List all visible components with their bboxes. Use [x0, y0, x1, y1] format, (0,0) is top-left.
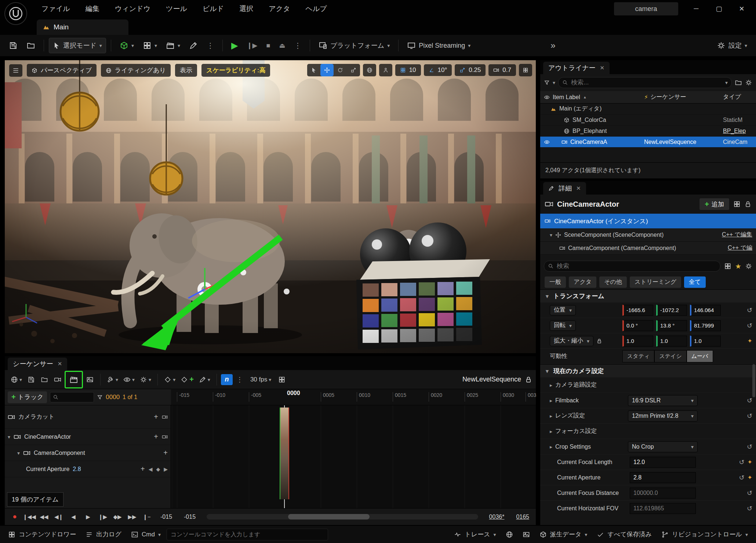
outliner-row-main[interactable]: Main (エディタ)	[540, 104, 756, 115]
lock-icon[interactable]	[744, 200, 752, 208]
maximize-button[interactable]: ▢	[708, 0, 730, 17]
component-root-row[interactable]: CineCameraActor (インスタンス)	[540, 214, 756, 228]
fps-dropdown[interactable]: 30 fps ▾	[247, 373, 275, 387]
expand-caret-icon[interactable]: ▸	[550, 398, 552, 403]
curve-editor-button[interactable]	[276, 373, 288, 387]
add-property-button[interactable]: +	[163, 449, 168, 457]
blueprints-dropdown[interactable]: ▾	[139, 38, 161, 53]
scale-dropdown[interactable]: 拡大・縮小▾	[550, 336, 593, 346]
menu-file[interactable]: ファイル	[34, 0, 78, 17]
display-options-icon[interactable]	[724, 263, 731, 270]
aperture-field[interactable]: 2.8	[630, 472, 696, 483]
track-cine-camera-actor[interactable]: ▾ CineCameraActor +	[5, 429, 171, 445]
eye-icon[interactable]	[544, 94, 550, 100]
seq-keying-dropdown[interactable]: ▾	[162, 373, 178, 387]
camera-component-row[interactable]: CameraComponent (CameraComponent) C++ で編	[540, 242, 756, 255]
reset-rotation-button[interactable]: ↺	[747, 322, 752, 330]
stop-button[interactable]: ■	[262, 38, 274, 53]
step-back-button[interactable]: ◀❙	[52, 511, 65, 523]
close-button[interactable]: ✕	[730, 0, 753, 17]
details-search[interactable]	[544, 261, 720, 272]
mobility-static[interactable]: スタティ	[622, 350, 654, 362]
mobility-movable[interactable]: ムーバ	[687, 350, 713, 362]
lock-scale-icon[interactable]	[596, 338, 602, 344]
camera-icon[interactable]	[162, 434, 168, 440]
range-start-field[interactable]: -015	[160, 514, 172, 520]
column-type-label[interactable]: タイプ	[723, 93, 756, 101]
chevron-down-icon[interactable]: ▾	[725, 80, 728, 85]
chevron-down-icon[interactable]: ▾	[553, 80, 555, 85]
close-icon[interactable]: ✕	[600, 65, 605, 71]
viewport-options-button[interactable]	[9, 64, 22, 77]
seq-save-button[interactable]	[25, 373, 37, 387]
view-start-field[interactable]: -015	[184, 514, 196, 520]
tab-outliner[interactable]: アウトライナー ✕	[543, 62, 610, 74]
perspective-dropdown[interactable]: パースペクティブ	[27, 64, 97, 77]
camera-tracking-row[interactable]: ▸ カメラ追跡設定	[540, 377, 756, 393]
new-folder-icon[interactable]	[735, 79, 742, 86]
column-sequencer-label[interactable]: シーケンサー	[650, 93, 686, 101]
menu-help[interactable]: ヘルプ	[298, 0, 335, 17]
add-actor-dropdown[interactable]: ▾	[116, 38, 138, 53]
scale-y-field[interactable]: 1.0	[656, 336, 687, 347]
blueprint-convert-icon[interactable]	[733, 200, 741, 208]
pixel-streaming-dropdown[interactable]: Pixel Streaming ▾	[403, 38, 474, 53]
tab-main-level[interactable]: Main	[37, 19, 128, 35]
play-button[interactable]: ▶	[228, 38, 241, 53]
play-reverse-button[interactable]: ◀	[67, 511, 80, 523]
add-aperture-keyframe-button[interactable]: ✦	[748, 474, 752, 481]
location-x-field[interactable]: -1665.6	[622, 305, 653, 316]
add-track-button[interactable]: + トラック	[8, 391, 47, 403]
surface-snapping-button[interactable]	[379, 64, 392, 76]
browse-content-button[interactable]	[23, 38, 39, 53]
output-log-button[interactable]: 出力ログ	[82, 528, 125, 541]
save-status-button[interactable]: すべて保存済み	[593, 528, 655, 541]
filmback-dropdown[interactable]: 16:9 DSLR▾	[628, 395, 698, 406]
add-focal-keyframe-button[interactable]: ✦	[748, 459, 752, 466]
rotation-dropdown[interactable]: 回転▾	[550, 321, 576, 331]
section-transform[interactable]: ▼ トランスフォーム	[540, 289, 756, 303]
range-end-field[interactable]: 0165	[516, 514, 529, 520]
menu-actor[interactable]: アクタ	[261, 0, 298, 17]
toolbar-expand[interactable]: »	[547, 38, 559, 53]
gear-icon[interactable]	[745, 263, 752, 270]
timeline-area[interactable]	[171, 405, 536, 508]
world-space-toggle[interactable]	[363, 64, 376, 76]
save-level-button[interactable]	[5, 38, 21, 53]
add-camera-cut-button[interactable]: +	[154, 413, 158, 421]
track-search-input[interactable]	[50, 392, 94, 402]
expand-caret-icon[interactable]: ▸	[550, 383, 552, 388]
select-tool[interactable]	[307, 64, 320, 76]
column-item-label[interactable]: Item Label	[553, 94, 580, 101]
rotation-z-field[interactable]: 81.7999	[690, 320, 721, 331]
show-dropdown[interactable]: 表示	[175, 64, 197, 77]
insights-button[interactable]	[502, 528, 517, 541]
eject-button[interactable]: ⏏	[275, 38, 289, 53]
add-component-button[interactable]: + 追加	[699, 198, 730, 210]
reset-focus-distance-button[interactable]: ↺	[747, 489, 752, 497]
menu-edit[interactable]: 編集	[78, 0, 107, 17]
camera-lock-icon[interactable]	[162, 414, 168, 420]
menu-select[interactable]: 選択	[232, 0, 261, 17]
autokey-options[interactable]: ⋮	[233, 373, 246, 387]
play-options[interactable]: ⋮	[290, 38, 305, 53]
scrollbar-thumb[interactable]	[288, 514, 370, 520]
expand-caret-icon[interactable]: ▾	[8, 434, 10, 439]
reset-lens-button[interactable]: ↺	[747, 412, 752, 420]
seq-edit-dropdown[interactable]: ▾	[197, 373, 212, 387]
expand-caret-icon[interactable]: ▾	[17, 450, 20, 456]
content-drawer-button[interactable]: コンテンツドロワー	[4, 528, 80, 541]
add-keyframe-icon[interactable]: ◆	[156, 467, 160, 472]
outliner-row-colorcal[interactable]: SM_ColorCa StaticM	[540, 115, 756, 126]
seq-world-dropdown[interactable]: ▾	[8, 373, 24, 387]
cmd-dropdown[interactable]: Cmd ▾	[127, 528, 164, 541]
tab-sequencer[interactable]: シーケンサー ✕	[8, 358, 67, 370]
lock-icon[interactable]	[525, 376, 532, 383]
next-key-icon[interactable]: ▶	[164, 467, 168, 472]
focal-length-field[interactable]: 12.0	[630, 457, 696, 468]
cpp-edit-link[interactable]: C++ で編集	[722, 231, 752, 239]
track-camera-component[interactable]: ▾ CameraComponent +	[5, 445, 171, 461]
close-icon[interactable]: ✕	[576, 185, 581, 192]
rotation-y-field[interactable]: 13.8 °	[656, 320, 687, 331]
move-tool[interactable]	[320, 64, 334, 76]
